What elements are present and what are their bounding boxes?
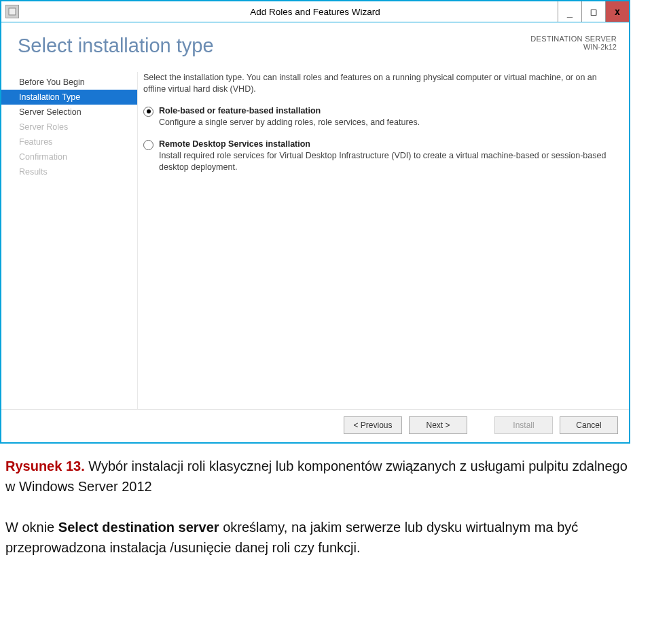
option-desc: Install required role services for Virtu…: [159, 150, 618, 173]
nav-results: Results: [1, 164, 137, 179]
destination-info: DESTINATION SERVER WIN-2k12: [530, 35, 617, 51]
minimize-button[interactable]: _: [558, 1, 581, 22]
minimize-icon: _: [567, 6, 573, 17]
header-row: Select installation type DESTINATION SER…: [1, 22, 629, 61]
svg-rect-0: [9, 8, 16, 15]
wizard-window: Add Roles and Features Wizard _ □ x Sele…: [0, 0, 630, 444]
cancel-button[interactable]: Cancel: [560, 416, 618, 434]
window-title: Add Roles and Features Wizard: [250, 7, 380, 17]
intro-text: Select the installation type. You can in…: [143, 72, 618, 95]
nav-before-you-begin[interactable]: Before You Begin: [1, 75, 137, 90]
figure-text: Wybór instalacji roli klasycznej lub kom…: [5, 459, 628, 494]
bold-term: Select destination server: [58, 520, 219, 535]
previous-button[interactable]: < Previous: [344, 416, 402, 434]
titlebar: Add Roles and Features Wizard _ □ x: [1, 1, 629, 22]
nav-features: Features: [1, 135, 137, 149]
content-row: Before You Begin Installation Type Serve…: [1, 61, 629, 409]
app-icon: [5, 5, 19, 18]
close-icon: x: [615, 6, 620, 17]
caption-line-1: Rysunek 13. Wybór instalacji roli klasyc…: [5, 456, 630, 497]
maximize-button[interactable]: □: [581, 1, 605, 22]
option-rds[interactable]: Remote Desktop Services installation Ins…: [143, 139, 618, 173]
window-controls: _ □ x: [558, 1, 629, 22]
footer-gap: [474, 416, 488, 434]
main-panel: Select the installation type. You can in…: [137, 72, 618, 409]
maximize-icon: □: [591, 6, 596, 17]
close-button[interactable]: x: [605, 1, 629, 22]
caption-paragraph: W oknie Select destination server określ…: [5, 517, 630, 558]
radio-role-based[interactable]: [143, 107, 153, 117]
destination-value: WIN-2k12: [530, 43, 617, 51]
nav-confirmation: Confirmation: [1, 149, 137, 164]
footer: < Previous Next > Install Cancel: [1, 409, 629, 442]
figure-label: Rysunek 13.: [5, 459, 85, 473]
destination-label: DESTINATION SERVER: [530, 35, 617, 43]
option-title: Remote Desktop Services installation: [159, 139, 618, 149]
radio-rds[interactable]: [143, 140, 153, 150]
step-nav: Before You Begin Installation Type Serve…: [1, 72, 137, 409]
nav-installation-type[interactable]: Installation Type: [1, 90, 137, 105]
install-button: Install: [494, 416, 553, 434]
option-title: Role-based or feature-based installation: [159, 106, 618, 115]
next-button[interactable]: Next >: [409, 416, 467, 434]
figure-caption: Rysunek 13. Wybór instalacji roli klasyc…: [0, 444, 636, 570]
wizard-body: Select installation type DESTINATION SER…: [1, 22, 629, 442]
option-role-based[interactable]: Role-based or feature-based installation…: [143, 106, 618, 128]
nav-server-roles: Server Roles: [1, 120, 137, 135]
option-desc: Configure a single server by adding role…: [159, 117, 618, 128]
option-body: Remote Desktop Services installation Ins…: [159, 139, 618, 173]
option-body: Role-based or feature-based installation…: [159, 106, 618, 128]
nav-server-selection[interactable]: Server Selection: [1, 105, 137, 120]
page-title: Select installation type: [18, 35, 214, 57]
